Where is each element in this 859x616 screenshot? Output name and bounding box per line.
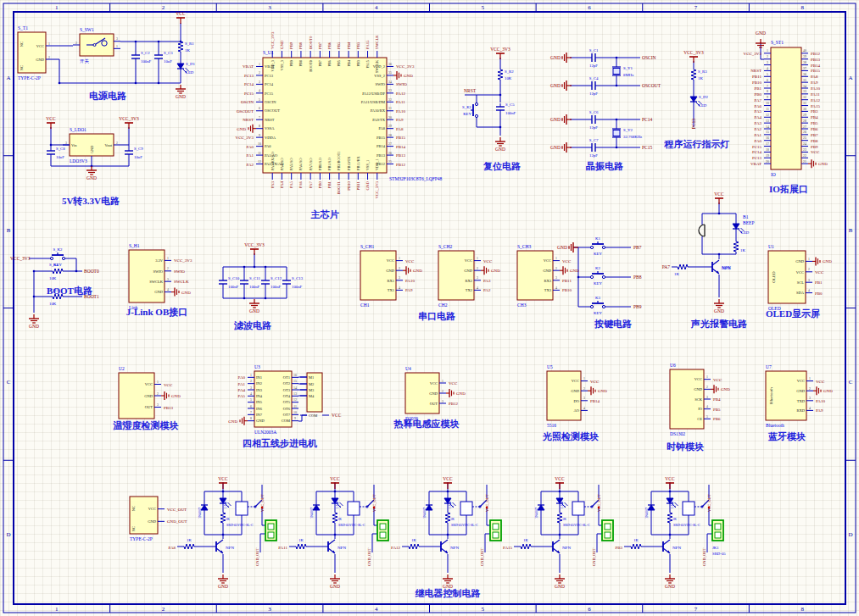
net-label-pb11[interactable]: PB11 (752, 75, 761, 79)
connector-screw-terminal[interactable] (712, 520, 723, 541)
component-s-h1[interactable]: S_H1Link13.3VVCC_3V32SWIOSWIO3SWCLKSWCLK… (129, 243, 192, 310)
component-s-c2[interactable]: S_C2100nF (131, 51, 152, 64)
net-label-vcc[interactable]: VCC (164, 383, 173, 387)
net-label-pa4[interactable]: PA4 (755, 115, 762, 119)
net-label-swio[interactable]: SWIO (174, 269, 185, 274)
net-label-pa6[interactable]: PA6 (755, 104, 762, 108)
net-label-pa11[interactable]: PA11 (278, 546, 287, 550)
net-label-pb6[interactable]: PB6 (713, 417, 721, 421)
net-label-pb13[interactable]: PB13 (811, 58, 821, 62)
net-label-pb6[interactable]: PB6 (327, 42, 332, 49)
component-s-r2[interactable]: S_R210K (498, 68, 514, 81)
net-label-pa10[interactable]: PA10 (816, 399, 825, 403)
power-flag-vcc[interactable]: VCC (330, 476, 340, 489)
ground-flag[interactable]: GND (393, 71, 413, 80)
net-label-pb9[interactable]: PB9 (289, 42, 293, 49)
ground-flag[interactable]: GND (481, 266, 500, 275)
net-label-pb8[interactable]: PB8 (298, 42, 303, 49)
net-label-pa2[interactable]: PA2 (755, 127, 762, 131)
net-label-pa10[interactable]: PA10 (811, 86, 820, 91)
relay-unit-4[interactable]: VCCGND1N4007LED1KSRD-05VDC-SL-CVCC_OUTGN… (503, 476, 613, 589)
power-flag-vcc[interactable]: VCC (555, 476, 565, 489)
net-label-pa12[interactable]: PA12 (396, 92, 405, 96)
net-label-pb9[interactable]: PB9 (633, 304, 642, 309)
net-label-pa0[interactable]: PA0 (238, 375, 246, 380)
net-label-pa0[interactable]: PA0 (755, 139, 762, 143)
power-flag-vcc[interactable]: VCC (714, 191, 724, 204)
net-label-pb0[interactable]: PB0 (754, 92, 761, 97)
net-label-pb10[interactable]: PB10 (752, 80, 762, 85)
net-label-npn[interactable]: NPN (722, 265, 731, 270)
net-label-pc15[interactable]: PC15 (752, 145, 762, 149)
net-label-vcc[interactable]: VCC (332, 413, 342, 418)
component-type-c-2p[interactable]: TYPE-C-2PNCNCVCCVCC_OUTGNDGND_OUT (130, 497, 187, 541)
net-label-boot0[interactable]: BOOT0 (309, 36, 313, 49)
net-label-pb1[interactable]: PB1 (815, 280, 823, 285)
component-s-r4[interactable]: S_R410K (49, 263, 64, 280)
net-label-pc15[interactable]: PC15 (642, 145, 652, 150)
relay-unit-5[interactable]: VCCGND1N4007LED1KSRD-05VDC-SL-CVCC_OUTGN… (615, 476, 726, 589)
power-flag-vcc[interactable]: VCC (176, 11, 186, 24)
net-label-vcc_3v3[interactable]: VCC_3V3 (744, 52, 762, 56)
net-label-pb7[interactable]: PB7 (811, 133, 818, 137)
net-label-pc14[interactable]: PC14 (642, 117, 652, 122)
relay-coil[interactable] (236, 502, 248, 515)
net-label-pb14[interactable]: PB14 (811, 64, 821, 68)
component-res[interactable]: 1K (733, 240, 745, 253)
net-label-pb6[interactable]: PB6 (811, 127, 818, 131)
ground-flag[interactable]: GND (218, 574, 228, 589)
net-label-pb14[interactable]: PB14 (590, 399, 600, 403)
relay-coil[interactable] (572, 502, 584, 515)
caption-relay[interactable]: 继电器控制电路 (415, 588, 481, 598)
net-label-pb0[interactable]: PB0 (815, 291, 823, 296)
net-label-gnd-out[interactable]: GND_OUT (592, 548, 596, 566)
ground-flag[interactable]: GND (495, 137, 505, 152)
net-label-pa10[interactable]: PA10 (396, 109, 405, 114)
caption-clock[interactable]: 时钟模块 (667, 441, 704, 452)
ground-flag[interactable]: GND (403, 266, 422, 275)
net-label-gnd-out[interactable]: GND_OUT (702, 548, 706, 566)
net-label-pa11[interactable]: PA11 (396, 100, 405, 104)
caption-pir[interactable]: 热释电感应模块 (393, 419, 460, 430)
net-label-pb13[interactable]: PB13 (164, 406, 174, 410)
ground-flag[interactable]: GND (588, 386, 607, 395)
net-label-vcc[interactable]: VCC (483, 259, 493, 264)
relay-coil[interactable] (683, 502, 694, 515)
component-s-c5[interactable]: S_C5100nF (496, 103, 516, 115)
net-label-pa6[interactable]: PA6 (298, 180, 303, 188)
net-label-pb8[interactable]: PB8 (811, 139, 818, 143)
net-label-gnd-out[interactable]: GND_OUT (480, 548, 484, 566)
power-flag-vcc[interactable]: VCC (443, 476, 453, 489)
net-label-pc15[interactable]: PC15 (244, 92, 254, 96)
net-label-pb7[interactable]: PB7 (633, 245, 642, 250)
net-label-pb4[interactable]: PB4 (713, 397, 721, 402)
net-label-beep[interactable]: BEEP (743, 220, 754, 225)
ground-flag[interactable]: GND (29, 314, 39, 329)
net-label-pb11[interactable]: PB11 (562, 279, 572, 283)
net-label-pb7[interactable]: PB7 (318, 42, 322, 49)
net-label-vbat[interactable]: VBAT (243, 64, 254, 69)
power-flag-vcc_3v3[interactable]: VCC_3V3 (490, 47, 510, 59)
net-label-pa11[interactable]: PA11 (811, 92, 820, 97)
caption-light[interactable]: 光照检测模块 (542, 431, 599, 441)
net-label-pc14[interactable]: PC14 (752, 150, 762, 154)
net-label-pa12[interactable]: PA12 (391, 546, 400, 550)
net-label-pb12[interactable]: PB12 (811, 52, 821, 56)
net-label-pa7[interactable]: PA7 (662, 264, 671, 269)
component-u3[interactable]: U3ULN2003A1IN1PA02IN2PA13IN3PA44IN4PA55I… (228, 364, 298, 435)
net-label-pb14[interactable]: PB14 (396, 145, 406, 149)
component-s-c6[interactable]: S_C612pF (588, 110, 599, 130)
net-label-vcc-out[interactable]: VCC_OUT (372, 494, 377, 512)
caption-runled[interactable]: 程序运行指示灯 (664, 139, 730, 149)
net-label-vcc-out[interactable]: VCC_OUT (597, 494, 601, 512)
net-label-pa5[interactable]: PA5 (289, 180, 293, 188)
net-label-pb11[interactable]: PB11 (356, 180, 360, 190)
component-s-c9[interactable]: S_C910uF (125, 147, 143, 159)
component-s-d1[interactable]: S_D1LED (177, 60, 196, 75)
net-label-vcc[interactable]: VCC (449, 381, 458, 386)
ground-flag[interactable]: GND (555, 574, 565, 589)
net-label-pb10[interactable]: PB10 (347, 180, 351, 190)
net-label-pb12[interactable]: PB12 (449, 402, 459, 406)
net-label-pb9[interactable]: PB9 (811, 145, 818, 149)
net-label-pa1[interactable]: PA1 (755, 133, 762, 137)
